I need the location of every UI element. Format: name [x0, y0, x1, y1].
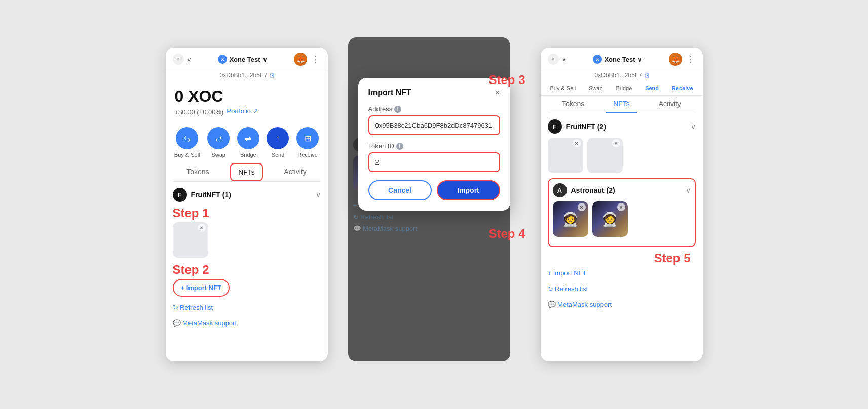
buy-sell-button[interactable]: ⇆ Buy & Sell	[174, 127, 200, 158]
token-id-label: Token ID i	[368, 142, 500, 150]
address-field: Address i	[368, 105, 500, 135]
tab-nfts-3[interactable]: NFTs	[606, 96, 637, 113]
close-button-1[interactable]: ×	[173, 54, 184, 65]
network-icon-1: X	[218, 55, 227, 64]
step4-label: Step 4	[488, 227, 525, 241]
tab-tokens-1[interactable]: Tokens	[179, 163, 216, 181]
nft-thumb-1: ×	[173, 222, 208, 258]
balance-section-1: 0 XOC +$0.00 (+0.00%) Portfolio ↗	[166, 83, 328, 120]
address-input[interactable]	[368, 115, 500, 135]
receive-nav-3[interactable]: Receive	[672, 85, 693, 91]
fruit-collection-header-3[interactable]: F FruitNFT (2) ∨	[548, 119, 696, 134]
astronaut-collection-icon-3: A	[553, 183, 567, 197]
token-id-field: Token ID i	[368, 142, 500, 172]
swap-button-1[interactable]: ⇄ Swap	[207, 127, 230, 158]
tab-tokens-3[interactable]: Tokens	[555, 96, 591, 113]
panel-1: × ∨ X Xone Test ∨ 🦊 ⋮ 0xDbBb1...2b5E7 ⎘ …	[166, 48, 328, 361]
astronaut-nft-1-3: ×	[553, 201, 588, 237]
network-name-1: Xone Test	[229, 56, 260, 63]
fruit-collection-icon-3: F	[548, 119, 562, 134]
nft-section-1: F FruitNFT (1) ∨ Step 1 × Step 2 + Impor…	[166, 182, 328, 335]
phone-header-1: × ∨ X Xone Test ∨ 🦊 ⋮	[166, 48, 328, 69]
astronaut-collection-left-3: A Astronaut (2)	[553, 183, 615, 197]
tab-activity-3[interactable]: Activity	[652, 96, 688, 113]
import-nft-button-1[interactable]: + Import NFT	[173, 279, 230, 297]
swap-nav-3[interactable]: Swap	[589, 85, 603, 91]
token-id-info-icon: i	[396, 143, 403, 150]
panel-3: × ∨ X Xone Test ∨ 🦊 ⋮ 0xDbBb1...2b5E7 ⎘ …	[541, 48, 703, 361]
tab-activity-1[interactable]: Activity	[277, 163, 313, 181]
copy-icon-3[interactable]: ⎘	[645, 71, 649, 79]
step5-label: Step 5	[548, 251, 691, 265]
fruit-nft-x-1-3[interactable]: ×	[573, 139, 581, 147]
metamask-support-button-3[interactable]: 💬 MetaMask support	[548, 299, 612, 310]
modal-close-button[interactable]: ×	[495, 88, 500, 97]
refresh-button-3[interactable]: ↻ Refresh list	[548, 283, 588, 295]
buy-sell-label: Buy & Sell	[174, 152, 200, 158]
chevron-down-1: ∨	[316, 191, 321, 199]
nft-section-3: F FruitNFT (2) ∨ × × A Astronaut (2) ∨	[541, 113, 703, 316]
receive-button-1[interactable]: ⊞ Receive	[296, 127, 319, 158]
wallet-address-3: 0xDbBb1...2b5E7 ⎘	[541, 69, 703, 83]
astronaut-collection-name-3: Astronaut (2)	[571, 186, 615, 194]
balance-amount-1: 0 XOC	[175, 88, 319, 104]
astronaut-nft-x-1-3[interactable]: ×	[578, 203, 586, 211]
address-info-icon: i	[394, 106, 401, 113]
astronaut-collection-header-3[interactable]: A Astronaut (2) ∨	[553, 183, 691, 197]
step1-label: Step 1	[173, 206, 321, 220]
nft-x-1[interactable]: ×	[198, 224, 206, 232]
tabs-1: Tokens NFTs Activity	[173, 163, 321, 182]
bg-support-label: 💬 MetaMask support	[353, 225, 505, 232]
import-nft-modal: Step 3 Import NFT × Address i Token ID i…	[358, 78, 510, 211]
astronaut-nft-x-2-3[interactable]: ×	[617, 203, 625, 211]
more-button-1[interactable]: ⋮	[311, 54, 320, 65]
import-button[interactable]: Import	[437, 180, 500, 200]
nft-grid-1: ×	[173, 222, 321, 258]
collection-name-1: FruitNFT (1)	[191, 191, 231, 199]
portfolio-link-1[interactable]: Portfolio ↗	[227, 107, 258, 115]
network-name-3: Xone Test	[604, 56, 635, 63]
collection-header-1[interactable]: F FruitNFT (1) ∨	[173, 188, 321, 202]
swap-label-1: Swap	[211, 152, 225, 158]
bridge-label-1: Bridge	[240, 152, 256, 158]
more-button-3[interactable]: ⋮	[686, 54, 695, 65]
fox-icon-3: 🦊	[669, 53, 682, 66]
send-button-1[interactable]: ↑ Send	[267, 127, 289, 158]
step2-label: Step 2	[173, 263, 321, 277]
fruit-chevron-3: ∨	[691, 122, 696, 131]
chevron-button-1[interactable]: ∨	[187, 56, 192, 63]
receive-icon-1: ⊞	[296, 127, 319, 149]
modal-title: Import NFT	[368, 88, 411, 97]
send-nav-3[interactable]: Send	[645, 85, 659, 91]
astronaut-collection-3: A Astronaut (2) ∨ × ×	[548, 178, 696, 247]
close-button-3[interactable]: ×	[548, 54, 559, 65]
token-id-input[interactable]	[368, 152, 500, 172]
tab-nfts-1[interactable]: NFTs	[230, 163, 263, 181]
bridge-nav-3[interactable]: Bridge	[616, 85, 632, 91]
fruit-nft-x-2-3[interactable]: ×	[612, 139, 620, 147]
network-selector-1[interactable]: X Xone Test ∨	[218, 55, 267, 64]
bridge-button-1[interactable]: ⇌ Bridge	[237, 127, 259, 158]
cancel-button[interactable]: Cancel	[368, 180, 432, 200]
import-nft-button-3[interactable]: + Import NFT	[548, 267, 587, 279]
copy-icon-1[interactable]: ⎘	[270, 71, 274, 79]
chevron-button-3[interactable]: ∨	[562, 56, 567, 63]
modal-buttons: Cancel Import	[368, 180, 500, 200]
astronaut-chevron-3: ∨	[686, 186, 691, 194]
astronaut-nft-2-3: ×	[592, 201, 628, 237]
network-chevron-1: ∨	[262, 56, 268, 63]
buy-sell-nav-3[interactable]: Buy & Sell	[550, 85, 576, 91]
action-buttons-1: ⇆ Buy & Sell ⇄ Swap ⇌ Bridge ↑ Send ⊞ Re…	[166, 120, 328, 163]
fox-icon-1: 🦊	[294, 53, 307, 66]
network-selector-3[interactable]: X Xone Test ∨	[593, 55, 642, 64]
header-left-3: × ∨	[548, 54, 567, 65]
send-label-1: Send	[272, 152, 285, 158]
tabs-3: Tokens NFTs Activity	[548, 96, 696, 113]
refresh-button-1[interactable]: ↻ Refresh list	[173, 302, 213, 313]
action-nav-3: Buy & Sell Swap Bridge Send Receive	[541, 83, 703, 96]
header-left-1: × ∨	[173, 54, 192, 65]
network-chevron-3: ∨	[637, 56, 643, 63]
step3-label: Step 3	[488, 73, 525, 87]
network-icon-3: X	[593, 55, 602, 64]
metamask-support-button-1[interactable]: 💬 MetaMask support	[173, 317, 237, 329]
